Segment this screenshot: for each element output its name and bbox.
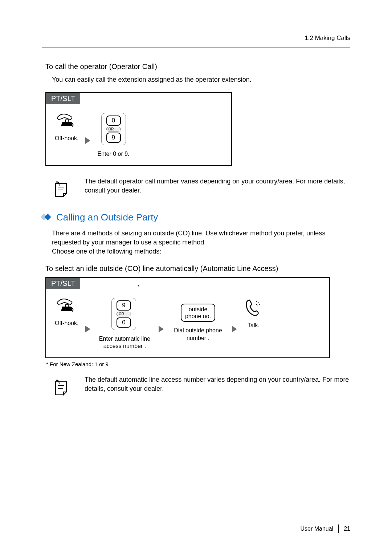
step-dial-outside: outside phone no. Dial outside phone num… bbox=[171, 298, 225, 342]
auto-line-heading: To select an idle outside (CO) line auto… bbox=[42, 264, 350, 273]
page-footer: User Manual 21 bbox=[301, 524, 351, 533]
key-0b: 0 bbox=[117, 317, 131, 328]
step-talk: Talk. bbox=[244, 298, 263, 329]
breadcrumb: 1.2 Making Calls bbox=[42, 35, 350, 42]
note-icon bbox=[52, 375, 85, 396]
footer-page-number: 21 bbox=[344, 526, 350, 532]
operator-heading: To call the operator (Operator Call) bbox=[42, 62, 350, 71]
arrow-icon bbox=[85, 137, 90, 144]
auto-line-procedure-box: PT/SLT Off-hook. 9 OR bbox=[45, 277, 330, 358]
key-group-2: 9 OR 0 bbox=[111, 298, 136, 330]
arrow-icon bbox=[85, 326, 90, 332]
key-group: 0 OR 9 bbox=[101, 113, 126, 145]
operator-note-text: The default operator call number varies … bbox=[85, 177, 350, 195]
outside-section-heading: Calling an Outside Party bbox=[42, 212, 350, 223]
key-0: 0 bbox=[106, 116, 121, 126]
step1b-label: Off-hook. bbox=[55, 320, 79, 327]
diamond-bullet-icon bbox=[42, 214, 53, 221]
talk-handset-icon bbox=[244, 298, 263, 317]
step-offhook: Off-hook. bbox=[55, 113, 79, 142]
step2b-label: Enter automatic line access number . bbox=[98, 335, 152, 351]
step1-label: Off-hook. bbox=[55, 135, 79, 142]
arrow-icon bbox=[159, 326, 164, 332]
outside-title: Calling an Outside Party bbox=[56, 212, 158, 223]
operator-note: The default operator call number varies … bbox=[52, 177, 350, 197]
footer-manual-label: User Manual bbox=[301, 526, 334, 532]
header-rule bbox=[42, 47, 350, 48]
footer-separator bbox=[338, 524, 339, 533]
handset-icon bbox=[56, 113, 78, 130]
step2-label: Enter 0 or 9. bbox=[98, 150, 130, 158]
operator-intro: You can easily call the extension assign… bbox=[42, 75, 350, 84]
step-keys: 0 OR 9 Enter 0 or 9. bbox=[98, 113, 130, 158]
step3-label: Dial outside phone number . bbox=[171, 327, 225, 342]
phone-key-line2: phone no. bbox=[185, 313, 211, 320]
phone-key-line1: outside bbox=[185, 306, 211, 313]
asterisk-mark: * bbox=[138, 284, 139, 289]
arrow-icon bbox=[232, 326, 237, 332]
step4-label: Talk. bbox=[248, 322, 260, 329]
outside-intro: There are 4 methods of seizing an outsid… bbox=[42, 229, 350, 256]
proc-header-label: PT/SLT bbox=[46, 93, 80, 104]
or-pill-2: OR bbox=[117, 312, 131, 316]
or-pill: OR bbox=[106, 127, 121, 131]
step-offhook-2: Off-hook. bbox=[55, 298, 79, 327]
auto-line-note-text: The default automatic line access number… bbox=[85, 375, 350, 393]
manual-page: 1.2 Making Calls To call the operator (O… bbox=[0, 0, 392, 555]
auto-line-note: The default automatic line access number… bbox=[52, 375, 350, 396]
key-9b: 9 bbox=[117, 300, 131, 311]
nz-footnote: * For New Zealand: 1 or 9 bbox=[46, 361, 350, 367]
proc-header-label-2: PT/SLT bbox=[46, 278, 80, 289]
key-9: 9 bbox=[106, 133, 121, 143]
handset-icon bbox=[56, 298, 78, 315]
note-icon bbox=[52, 177, 85, 197]
outside-phone-key: outside phone no. bbox=[181, 304, 215, 322]
operator-procedure-box: PT/SLT Off-hook. 0 OR 9 bbox=[45, 92, 232, 166]
step-access-keys: 9 OR 0 * Enter automatic line access num… bbox=[98, 298, 152, 351]
